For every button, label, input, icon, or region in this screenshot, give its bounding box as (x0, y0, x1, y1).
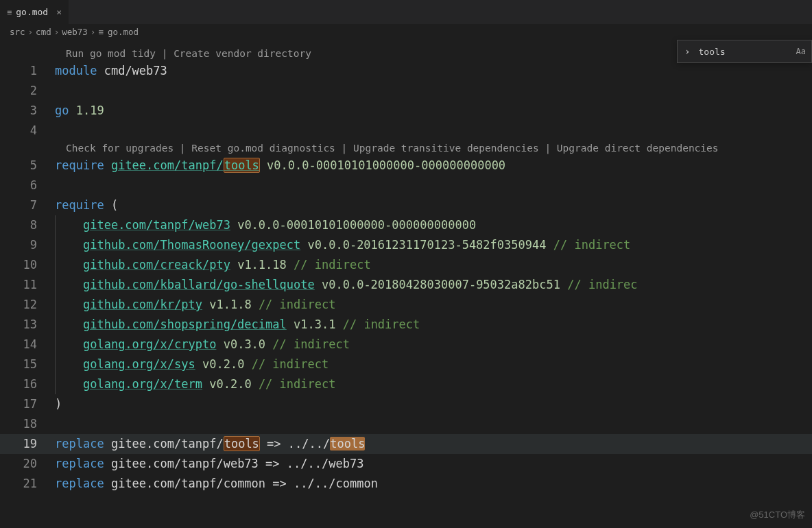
line-number: 16 (0, 374, 55, 394)
close-icon[interactable]: × (56, 7, 62, 17)
code-line[interactable]: 21replace gitee.com/tanpf/common => ../.… (0, 474, 812, 494)
line-number: 8 (0, 215, 55, 235)
code-line[interactable]: 2 (0, 81, 812, 101)
code-line[interactable]: 1module cmd/web73 (0, 61, 812, 81)
breadcrumb-item[interactable]: src (10, 27, 25, 37)
file-icon: ≡ (98, 27, 104, 37)
chevron-right-icon: › (28, 27, 34, 37)
chevron-right-icon: › (91, 27, 96, 37)
line-number: 20 (0, 454, 55, 474)
code-line[interactable]: 4 (0, 121, 812, 141)
codelens[interactable]: Check for upgrades | Reset go.mod diagno… (0, 141, 812, 156)
code-line[interactable]: 15 golang.org/x/sys v0.2.0 // indirect (0, 355, 812, 374)
tab-bar: ≡ go.mod × (0, 0, 812, 24)
code-line[interactable]: 16 golang.org/x/term v0.2.0 // indirect (0, 374, 812, 394)
code-line[interactable]: 3go 1.19 (0, 101, 812, 121)
line-number: 13 (0, 315, 55, 335)
tab-go-mod[interactable]: ≡ go.mod × (0, 0, 69, 24)
code-line[interactable]: 17) (0, 394, 812, 414)
line-number: 5 (0, 156, 55, 176)
code-line[interactable]: 13 github.com/shopspring/decimal v1.3.1 … (0, 315, 812, 335)
file-icon: ≡ (7, 8, 12, 17)
code-line[interactable]: 11 github.com/kballard/go-shellquote v0.… (0, 275, 812, 295)
line-number: 21 (0, 474, 55, 494)
line-number: 12 (0, 295, 55, 315)
line-number: 18 (0, 414, 55, 434)
breadcrumb[interactable]: src › cmd › web73 › ≡ go.mod (0, 24, 812, 39)
chevron-right-icon: › (54, 27, 60, 37)
code-line[interactable]: 10 github.com/creack/pty v1.1.18 // indi… (0, 255, 812, 275)
line-number: 11 (0, 275, 55, 295)
code-line[interactable]: 7require ( (0, 195, 812, 215)
search-match-current: tools (330, 437, 365, 451)
code-line[interactable]: 18 (0, 414, 812, 434)
editor[interactable]: Run go mod tidy | Create vendor director… (0, 39, 812, 494)
code-line[interactable]: 14 golang.org/x/crypto v0.3.0 // indirec… (0, 335, 812, 355)
codelens[interactable]: Run go mod tidy | Create vendor director… (0, 46, 812, 61)
watermark: @51CTO博客 (750, 509, 805, 521)
tab-label: go.mod (16, 7, 48, 17)
line-number: 1 (0, 61, 55, 81)
line-number: 14 (0, 335, 55, 355)
code-line[interactable]: 8 gitee.com/tanpf/web73 v0.0.0-000101010… (0, 215, 812, 235)
code-line[interactable]: 20replace gitee.com/tanpf/web73 => ../..… (0, 454, 812, 474)
breadcrumb-item[interactable]: go.mod (108, 27, 139, 37)
code-line[interactable]: 12 github.com/kr/pty v1.1.8 // indirect (0, 295, 812, 315)
search-match: tools (224, 436, 260, 451)
code-line[interactable]: 5require gitee.com/tanpf/tools v0.0.0-00… (0, 156, 812, 176)
line-number: 7 (0, 195, 55, 215)
line-number: 3 (0, 101, 55, 121)
line-number: 10 (0, 255, 55, 275)
line-number: 19 (0, 434, 55, 454)
search-match: tools (224, 158, 260, 173)
line-number: 2 (0, 81, 55, 101)
code-line[interactable]: 6 (0, 176, 812, 195)
line-number: 17 (0, 394, 55, 414)
line-number: 15 (0, 355, 55, 374)
breadcrumb-item[interactable]: web73 (62, 27, 88, 37)
code-line[interactable]: 9 github.com/ThomasRooney/gexpect v0.0.0… (0, 235, 812, 255)
line-number: 4 (0, 121, 55, 141)
line-number: 9 (0, 235, 55, 255)
line-number: 6 (0, 176, 55, 195)
breadcrumb-item[interactable]: cmd (36, 27, 51, 37)
code-line-current[interactable]: 19replace gitee.com/tanpf/tools => ../..… (0, 434, 812, 454)
